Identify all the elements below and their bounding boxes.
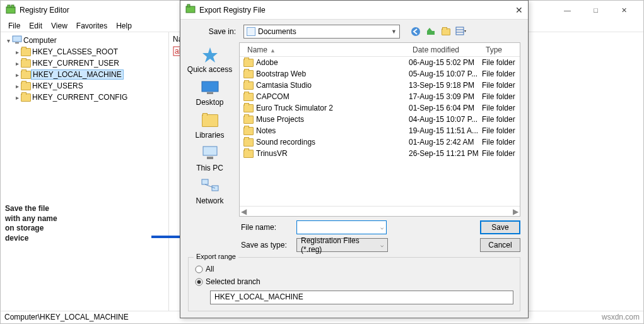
folder-icon xyxy=(243,150,254,158)
save-in-combo[interactable]: Documents ▼ xyxy=(243,25,400,39)
chevron-down-icon: ⌵ xyxy=(380,242,383,248)
col-date[interactable]: Date modified xyxy=(409,45,482,54)
menu-edit[interactable]: Edit xyxy=(25,20,46,32)
documents-icon xyxy=(247,27,255,36)
save-as-type-combo[interactable]: Registration Files (*.reg)⌵ xyxy=(296,238,388,252)
folder-icon xyxy=(243,138,254,147)
dialog-title: Export Registry File xyxy=(199,6,498,15)
back-icon[interactable] xyxy=(410,26,421,37)
svg-point-25 xyxy=(197,280,201,284)
svg-point-23 xyxy=(196,266,202,273)
menu-view[interactable]: View xyxy=(47,20,71,32)
svg-rect-16 xyxy=(202,81,218,92)
chevron-down-icon: ▼ xyxy=(391,28,397,35)
export-range-group: Export range All Selected branch HKEY_LO… xyxy=(188,257,520,311)
folder-icon xyxy=(243,81,254,90)
file-row[interactable]: TrinusVR26-Sep-15 11:21 PMFile folder xyxy=(240,148,520,159)
new-folder-icon[interactable] xyxy=(440,26,452,37)
col-type[interactable]: Type xyxy=(482,45,520,54)
menu-file[interactable]: File xyxy=(4,20,24,32)
export-range-legend: Export range xyxy=(194,253,238,260)
close-button[interactable]: ✕ xyxy=(610,1,638,19)
save-as-type-label: Save as type: xyxy=(241,241,291,249)
folder-icon xyxy=(243,104,254,112)
view-menu-icon[interactable] xyxy=(455,26,467,37)
save-button[interactable]: Save xyxy=(480,220,520,234)
file-row[interactable]: CAPCOM17-Aug-15 3:09 PMFile folder xyxy=(240,91,520,102)
file-row[interactable]: Euro Truck Simulator 201-Sep-15 6:04 PMF… xyxy=(240,102,520,114)
place-this-pc[interactable]: This PC xyxy=(185,145,235,172)
tree-item[interactable]: ▸HKEY_LOCAL_MACHINE xyxy=(2,69,167,80)
maximize-button[interactable]: □ xyxy=(582,1,610,19)
places-bar: Quick access Desktop Libraries This PC N… xyxy=(180,42,239,217)
svg-rect-4 xyxy=(15,42,19,44)
file-row[interactable]: Bootstrap Web05-Aug-15 10:07 P...File fo… xyxy=(240,68,520,80)
horizontal-scrollbar[interactable]: ◀▶ xyxy=(240,206,520,216)
tree-item[interactable]: ▸HKEY_CURRENT_CONFIG xyxy=(2,92,167,103)
tree-item[interactable]: ▸HKEY_CLASSES_ROOT xyxy=(2,46,167,57)
regedit-icon xyxy=(6,4,16,16)
col-name[interactable]: Name▲ xyxy=(243,45,409,54)
place-libraries[interactable]: Libraries xyxy=(185,112,235,140)
cancel-button[interactable]: Cancel xyxy=(480,238,520,252)
svg-rect-2 xyxy=(11,5,14,8)
scroll-left-icon[interactable]: ◀ xyxy=(241,207,247,216)
file-row[interactable]: Adobe06-Aug-15 5:02 PMFile folder xyxy=(240,57,520,68)
tree-root[interactable]: ▾ Computer xyxy=(2,35,167,46)
file-row[interactable]: Notes19-Aug-15 11:51 A...File folder xyxy=(240,125,520,136)
file-row[interactable]: Camtasia Studio13-Sep-15 9:18 PMFile fol… xyxy=(240,80,520,91)
tree-item[interactable]: ▸HKEY_USERS xyxy=(2,80,167,92)
svg-point-11 xyxy=(411,27,420,36)
svg-rect-3 xyxy=(13,36,21,42)
file-name-input[interactable]: ⌵ xyxy=(296,220,387,234)
selected-branch-input[interactable]: HKEY_LOCAL_MACHINE xyxy=(210,291,513,304)
menu-help[interactable]: Help xyxy=(112,20,136,32)
minimize-button[interactable]: — xyxy=(553,1,582,19)
file-list[interactable]: Name▲ Date modified Type Adobe06-Aug-15 … xyxy=(239,42,520,217)
folder-icon xyxy=(21,93,31,102)
place-desktop[interactable]: Desktop xyxy=(185,79,235,107)
up-one-level-icon[interactable] xyxy=(425,26,436,37)
dialog-titlebar: Export Registry File ✕ xyxy=(180,1,528,20)
svg-rect-10 xyxy=(187,4,190,7)
computer-icon xyxy=(12,35,22,46)
place-quick-access[interactable]: Quick access xyxy=(185,46,235,74)
sort-asc-icon: ▲ xyxy=(270,47,276,54)
svg-rect-18 xyxy=(203,147,217,155)
file-list-header[interactable]: Name▲ Date modified Type xyxy=(240,43,520,57)
menu-favorites[interactable]: Favorites xyxy=(73,20,111,32)
folder-icon xyxy=(21,82,31,90)
folder-icon xyxy=(243,127,254,135)
folder-icon xyxy=(243,93,254,101)
file-row[interactable]: Muse Projects04-Aug-15 10:07 P...File fo… xyxy=(240,114,520,125)
svg-rect-19 xyxy=(207,157,213,159)
svg-marker-15 xyxy=(202,47,218,63)
radio-unchecked-icon xyxy=(195,265,203,273)
scroll-right-icon[interactable]: ▶ xyxy=(513,207,518,216)
folder-icon xyxy=(21,59,31,68)
status-path: Computer\HKEY_LOCAL_MACHINE xyxy=(4,313,129,322)
radio-selected-branch[interactable]: Selected branch xyxy=(195,275,513,288)
export-registry-dialog: Export Registry File ✕ Save in: Document… xyxy=(180,0,529,318)
svg-rect-17 xyxy=(207,92,213,94)
annotation-text: Save the file with any name on storage d… xyxy=(5,204,57,243)
folder-icon xyxy=(21,71,31,79)
dialog-icon xyxy=(185,4,196,16)
save-in-label: Save in: xyxy=(208,27,240,36)
file-row[interactable]: Sound recordings01-Aug-15 2:42 AMFile fo… xyxy=(240,136,520,148)
watermark: wsxdn.com xyxy=(602,313,640,322)
file-name-label: File name: xyxy=(241,223,291,232)
radio-checked-icon xyxy=(195,278,203,286)
registry-tree[interactable]: ▾ Computer ▸HKEY_CLASSES_ROOT▸HKEY_CURRE… xyxy=(1,32,169,311)
folder-icon xyxy=(243,116,254,124)
place-network[interactable]: Network xyxy=(185,177,235,205)
dialog-close-button[interactable]: ✕ xyxy=(498,5,523,15)
folder-icon xyxy=(21,48,31,56)
folder-icon xyxy=(243,70,254,78)
folder-icon xyxy=(243,59,254,67)
svg-rect-20 xyxy=(202,179,208,184)
svg-rect-12 xyxy=(456,27,464,35)
tree-item[interactable]: ▸HKEY_CURRENT_USER xyxy=(2,57,167,69)
chevron-down-icon[interactable]: ⌵ xyxy=(380,224,383,231)
radio-all[interactable]: All xyxy=(195,263,513,275)
